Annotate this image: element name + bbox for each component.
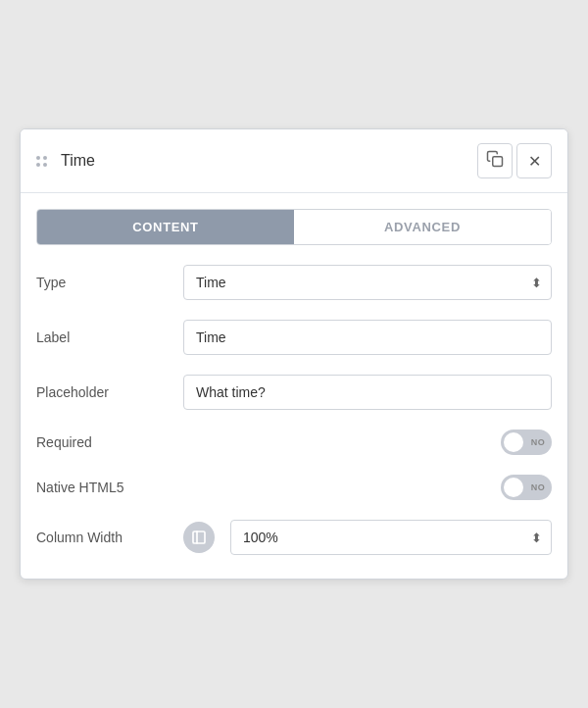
placeholder-input[interactable] (183, 375, 552, 410)
native-html5-slider: NO (501, 475, 552, 500)
placeholder-control (183, 375, 552, 410)
copy-icon (486, 150, 504, 172)
column-width-label: Column Width (36, 530, 183, 545)
placeholder-row: Placeholder (36, 375, 552, 410)
required-label: Required (36, 434, 183, 450)
drag-dot (43, 163, 47, 167)
native-html5-row: Native HTML5 NO (36, 475, 552, 500)
column-width-select[interactable]: 25% 33% 50% 66% 75% 100% (230, 520, 552, 555)
required-row: Required NO (36, 430, 552, 455)
label-row: Label (36, 320, 552, 355)
type-row: Type Time Date DateTime Text Number ⬍ (36, 265, 552, 300)
tab-content[interactable]: CONTENT (37, 210, 294, 244)
svg-rect-1 (193, 531, 205, 543)
copy-button[interactable] (477, 143, 513, 178)
native-html5-control: NO (183, 475, 552, 500)
label-control (183, 320, 552, 355)
type-select[interactable]: Time Date DateTime Text Number (183, 265, 552, 300)
panel-title: Time (61, 152, 477, 170)
required-toggle-wrapper: NO (183, 430, 552, 455)
native-html5-no-label: NO (531, 482, 545, 492)
label-input[interactable] (183, 320, 552, 355)
tab-advanced[interactable]: ADVANCED (294, 210, 551, 244)
required-control: NO (183, 430, 552, 455)
close-button[interactable]: ✕ (516, 143, 552, 178)
drag-dot (43, 156, 47, 160)
required-toggle[interactable]: NO (501, 430, 552, 455)
header-actions: ✕ (477, 143, 552, 178)
settings-panel: Time ✕ CONTENT ADVANCED (20, 128, 568, 580)
type-select-wrapper: Time Date DateTime Text Number ⬍ (183, 265, 552, 300)
native-html5-label: Native HTML5 (36, 480, 183, 495)
svg-rect-0 (493, 157, 503, 167)
native-html5-toggle[interactable]: NO (501, 475, 552, 500)
panel-content: Type Time Date DateTime Text Number ⬍ La… (21, 245, 567, 579)
column-width-select-wrapper: 25% 33% 50% 66% 75% 100% ⬍ (230, 520, 552, 555)
column-width-control: 25% 33% 50% 66% 75% 100% ⬍ (183, 520, 552, 555)
panel-header: Time ✕ (21, 129, 567, 193)
drag-dot (36, 163, 40, 167)
native-html5-toggle-wrapper: NO (183, 475, 552, 500)
drag-dot (36, 156, 40, 160)
type-control: Time Date DateTime Text Number ⬍ (183, 265, 552, 300)
required-no-label: NO (531, 437, 545, 447)
close-icon: ✕ (528, 152, 541, 171)
type-label: Type (36, 275, 183, 290)
column-width-icon (183, 522, 215, 553)
required-slider: NO (501, 430, 552, 455)
column-width-row: Column Width 25% 33% 50% 66% 75% 10 (36, 520, 552, 555)
drag-handle[interactable] (36, 156, 47, 167)
label-field-label: Label (36, 329, 183, 345)
placeholder-label: Placeholder (36, 384, 183, 400)
tab-group: CONTENT ADVANCED (36, 209, 552, 245)
